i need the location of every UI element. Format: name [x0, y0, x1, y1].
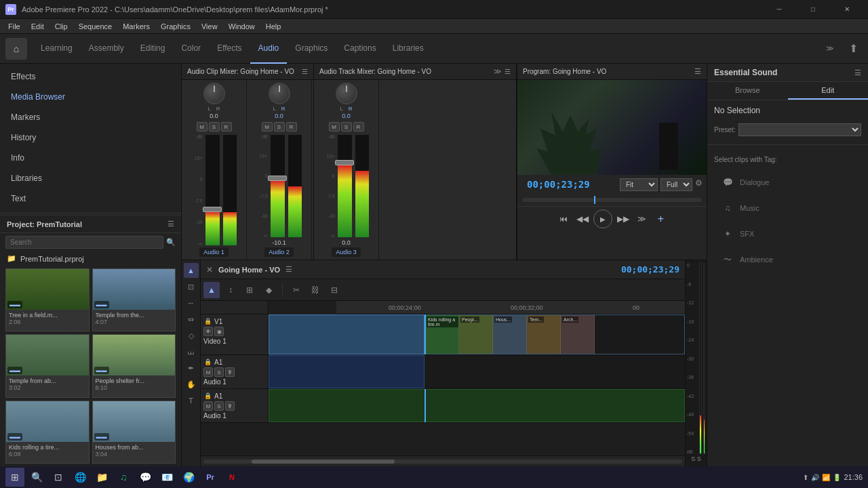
tl-tool-marker[interactable]: ◆	[260, 282, 277, 298]
tray-icon-3[interactable]: 📶	[822, 474, 830, 481]
track-mixer-expand[interactable]: ≫	[494, 67, 502, 76]
fader-handle-a1[interactable]	[203, 207, 222, 212]
tool-hand[interactable]: ✋	[184, 377, 199, 392]
tab-editing[interactable]: Editing	[132, 34, 174, 64]
tl-tool-ripple[interactable]: ↕	[222, 282, 239, 298]
audio-placeholder-a1[interactable]	[269, 355, 425, 388]
menu-window[interactable]: Window	[223, 21, 260, 32]
nav-libraries[interactable]: Libraries	[0, 168, 181, 188]
tab-captions[interactable]: Captions	[336, 34, 384, 64]
timeline-close-button[interactable]: ✕	[206, 265, 213, 274]
tab-graphics[interactable]: Graphics	[287, 34, 336, 64]
track-mixer-menu[interactable]: ☰	[505, 68, 511, 75]
taskbar-search[interactable]: 🔍	[27, 468, 46, 487]
tray-icon-1[interactable]: ⬆	[803, 474, 808, 481]
minimize-button[interactable]: ─	[764, 0, 795, 19]
nav-info[interactable]: Info	[0, 148, 181, 168]
close-button[interactable]: ✕	[831, 0, 863, 19]
nav-text[interactable]: Text	[0, 188, 181, 209]
taskbar-chrome[interactable]: 🌍	[179, 468, 198, 487]
fader-handle-a2[interactable]	[268, 176, 287, 181]
project-menu-button[interactable]: ☰	[167, 220, 174, 228]
project-folder-item[interactable]: 📁 PremTutorial.prproj	[0, 251, 181, 266]
monitor-step-forward[interactable]: ≫	[634, 211, 650, 227]
fit-select[interactable]: Fit 25% 50% 100%	[620, 178, 658, 191]
monitor-prev-frame[interactable]: ◀◀	[574, 211, 591, 227]
tool-text[interactable]: T	[184, 393, 199, 408]
channel-record-a2[interactable]: R	[286, 122, 297, 131]
taskbar-taskview[interactable]: ⊡	[49, 468, 68, 487]
taskbar-explorer[interactable]: 📁	[92, 468, 111, 487]
tab-edit[interactable]: Edit	[788, 82, 869, 100]
menu-view[interactable]: View	[196, 21, 223, 32]
tool-razor[interactable]: ◇	[184, 328, 199, 343]
monitor-next-frame[interactable]: ▶▶	[615, 211, 631, 227]
tl-tool-trim[interactable]: ✂	[288, 282, 304, 298]
channel-knob-a2[interactable]	[269, 83, 290, 104]
track-mute-btn-a1[interactable]: M	[203, 367, 213, 377]
tl-tool-select[interactable]: ▲	[203, 282, 220, 298]
taskbar-spotify[interactable]: ♫	[114, 468, 133, 487]
tool-select[interactable]: ▲	[184, 263, 199, 278]
track-solo-btn-a2[interactable]: S	[214, 401, 224, 411]
start-button[interactable]: ⊞	[5, 468, 24, 487]
taskbar-edge[interactable]: 🌐	[71, 468, 90, 487]
sound-tag-music[interactable]: ♫ Music	[713, 196, 863, 220]
tab-assembly[interactable]: Assembly	[81, 34, 132, 64]
channel-knob-a1[interactable]	[203, 83, 225, 104]
preset-select[interactable]	[738, 123, 861, 136]
channel-record-a1[interactable]: R	[221, 122, 232, 131]
tray-icon-4[interactable]: 🔋	[833, 474, 841, 481]
sound-tag-sfx[interactable]: ✦ SFX	[713, 222, 863, 246]
media-item-1[interactable]: ▬▬ Temple from the... 4:07	[92, 268, 176, 331]
tab-effects[interactable]: Effects	[209, 34, 250, 64]
home-button[interactable]: ⌂	[5, 38, 27, 60]
essential-sound-menu[interactable]: ☰	[854, 68, 861, 77]
nav-markers[interactable]: Markers	[0, 107, 181, 127]
taskbar-mail[interactable]: 📧	[157, 468, 176, 487]
placeholder-clip[interactable]	[269, 314, 425, 354]
track-mute-btn-a2[interactable]: M	[203, 401, 213, 411]
monitor-step-back[interactable]: ⏮	[555, 211, 572, 227]
channel-mute-a2[interactable]: M	[262, 122, 273, 131]
monitor-menu-button[interactable]: ☰	[694, 67, 701, 76]
track-eye-v1[interactable]: 👁	[203, 327, 213, 336]
menu-edit[interactable]: Edit	[26, 21, 50, 32]
tool-ripple[interactable]: ↔	[184, 296, 199, 310]
tab-color[interactable]: Color	[173, 34, 209, 64]
nav-history[interactable]: History	[0, 127, 181, 148]
media-item-2[interactable]: ▬▬ Temple from ab... 3:02	[5, 334, 90, 397]
track-lock-a2[interactable]: 🔒	[203, 392, 212, 400]
media-item-3[interactable]: ▬▬ People shelter fr... 6:10	[92, 334, 176, 397]
menu-markers[interactable]: Markers	[117, 21, 155, 32]
track-record-btn-a1[interactable]: 🎙	[225, 367, 235, 377]
h-scrollbar-thumb[interactable]	[252, 460, 395, 464]
media-item-4[interactable]: ▬▬ Kids rolling a tire... 6:08	[5, 401, 90, 464]
maximize-button[interactable]: □	[797, 0, 829, 19]
tl-tool-nested[interactable]: ⊟	[326, 282, 342, 298]
tl-tool-link[interactable]: ⛓	[307, 282, 323, 298]
tab-browse[interactable]: Browse	[707, 82, 788, 100]
track-solo-btn-a1[interactable]: S	[214, 367, 224, 377]
tab-learning[interactable]: Learning	[33, 34, 81, 64]
menu-help[interactable]: Help	[260, 21, 287, 32]
sound-tag-ambience[interactable]: 〜 Ambience	[713, 247, 863, 272]
clip-mixer-menu[interactable]: ☰	[302, 68, 308, 75]
channel-mute-a1[interactable]: M	[197, 122, 208, 131]
h-scrollbar-track[interactable]	[203, 460, 682, 464]
nav-effects[interactable]: Effects	[0, 66, 181, 87]
video-clip-strip[interactable]: Kids rolling a tire.m Peopl... Hous...	[425, 314, 685, 354]
media-item-5[interactable]: ▬▬ Houses from ab... 3:04	[92, 401, 176, 464]
tool-track-select[interactable]: ⊡	[184, 279, 199, 294]
track-record-btn-a2[interactable]: 🎙	[225, 401, 235, 411]
search-input[interactable]	[5, 236, 163, 249]
monitor-settings-icon[interactable]: ⚙	[695, 178, 703, 191]
export-button[interactable]: ⬆	[844, 39, 863, 58]
taskbar-premiere[interactable]: Pr	[201, 468, 220, 487]
track-record-a1[interactable]: R	[353, 122, 364, 131]
monitor-play[interactable]: ▶	[593, 209, 612, 228]
menu-sequence[interactable]: Sequence	[73, 21, 118, 32]
menu-file[interactable]: File	[3, 21, 26, 32]
workspace-more-button[interactable]: ≫	[822, 41, 838, 57]
menu-graphics[interactable]: Graphics	[155, 21, 196, 32]
